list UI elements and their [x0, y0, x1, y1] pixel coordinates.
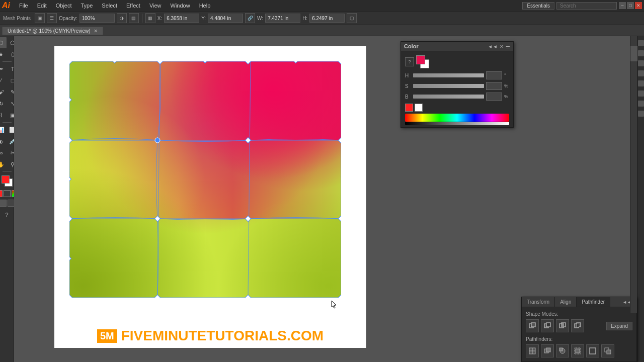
h-unit: °	[504, 73, 509, 78]
h-value[interactable]	[486, 71, 502, 79]
selection-tool-button[interactable]: ⬡	[0, 37, 7, 48]
blend-tool-button[interactable]: ∞	[0, 147, 7, 158]
rotate-tool-button[interactable]: ↻	[0, 98, 7, 109]
artboard: 5M FIVEMINUTETUTORIALS.COM	[54, 46, 366, 348]
workspace-button[interactable]: Essentials	[522, 2, 554, 10]
divide-button[interactable]	[526, 344, 539, 357]
minus-front-button[interactable]	[541, 319, 554, 332]
app-logo: Ai	[2, 1, 10, 10]
watermark-badge: 5M	[97, 329, 117, 343]
maximize-button[interactable]: □	[627, 2, 634, 9]
outline-mode-button[interactable]	[8, 200, 15, 207]
svg-rect-59	[576, 349, 580, 353]
menu-select[interactable]: Select	[98, 2, 121, 10]
panel-icon-7[interactable]	[638, 101, 644, 107]
unite-button[interactable]	[526, 319, 539, 332]
s-label: S	[405, 83, 411, 89]
h-input[interactable]	[309, 14, 345, 23]
active-color-swatch[interactable]	[416, 55, 429, 68]
menu-edit[interactable]: Edit	[33, 2, 51, 10]
paintbrush-tool-button[interactable]: 🖌	[0, 86, 7, 98]
menu-effect[interactable]: Effect	[122, 2, 144, 10]
grid-icon[interactable]: ▦	[145, 13, 155, 23]
close-button[interactable]: ✕	[635, 2, 642, 9]
panel-icon-8[interactable]	[638, 111, 644, 117]
pathfinder-panel-tabs: Transform Align Pathfinder ◄◄ ☰	[522, 297, 636, 307]
expand-button[interactable]: Expand	[606, 322, 632, 330]
pen-tool-button[interactable]: ✒	[0, 63, 7, 74]
v-scroll-thumb[interactable]	[630, 46, 637, 61]
transform-options-icon[interactable]: ▢	[347, 13, 357, 23]
chart-tool-button[interactable]: 📊	[0, 124, 7, 135]
w-input[interactable]	[265, 14, 300, 23]
s-color-row: S %	[405, 82, 509, 90]
preview-mode-button[interactable]	[0, 200, 7, 207]
trim-button[interactable]	[541, 344, 554, 357]
none-indicator[interactable]	[4, 190, 11, 197]
align-icon[interactable]: ☰	[47, 13, 57, 23]
document-tab[interactable]: Untitled-1* @ 100% (CMYK/Preview) ✕	[2, 27, 103, 35]
menu-object[interactable]: Object	[52, 2, 76, 10]
opacity-input[interactable]: 100%	[79, 14, 115, 23]
panel-icon-5[interactable]	[638, 80, 644, 86]
h-color-row: H °	[405, 71, 509, 79]
opacity-icon[interactable]: ◑	[117, 13, 127, 23]
b-color-row: B %	[405, 93, 509, 101]
menu-file[interactable]: File	[15, 2, 32, 10]
transform-box-icon[interactable]: ▣	[35, 13, 45, 23]
b-value[interactable]	[486, 93, 502, 101]
search-input[interactable]	[556, 2, 617, 10]
minus-back-button[interactable]	[601, 344, 614, 357]
menu-type[interactable]: Type	[77, 2, 97, 10]
panel-icon-1[interactable]	[638, 40, 644, 46]
w-label: W:	[257, 16, 263, 21]
mesh-gradient-canvas[interactable]	[69, 61, 341, 298]
panel-icon-2[interactable]	[638, 50, 644, 56]
pathfinder-tab[interactable]: Pathfinder	[577, 297, 610, 307]
hand-tool-button[interactable]: ✋	[0, 159, 7, 170]
crop-button[interactable]	[571, 344, 584, 357]
menu-help[interactable]: Help	[195, 2, 215, 10]
minimize-button[interactable]: –	[619, 2, 626, 9]
y-input[interactable]	[208, 14, 243, 23]
color-panel-menu-button[interactable]: ☰	[506, 44, 510, 49]
canvas-wrapper: 5M FIVEMINUTETUTORIALS.COM	[54, 46, 366, 362]
b-label: B	[405, 94, 411, 100]
pathfinder-panel: Transform Align Pathfinder ◄◄ ☰ Shape Mo…	[521, 297, 637, 362]
menu-view[interactable]: View	[145, 2, 166, 10]
s-value[interactable]	[486, 82, 502, 90]
link-icon[interactable]: 🔗	[245, 13, 255, 23]
color-panel-collapse-button[interactable]: ◄◄	[488, 44, 498, 49]
far-right-panel-bar	[637, 36, 644, 362]
line-tool-button[interactable]: ∕	[0, 75, 7, 86]
merge-button[interactable]	[556, 344, 569, 357]
warp-icon[interactable]: ▤	[129, 13, 139, 23]
svg-rect-57	[559, 348, 562, 351]
close-tab-button[interactable]: ✕	[94, 28, 98, 34]
lightness-bar[interactable]	[405, 122, 509, 125]
help-tool-button[interactable]: ?	[2, 209, 13, 220]
warp-tool-button[interactable]: ⌇	[0, 110, 7, 121]
fill-color-indicator[interactable]	[0, 190, 3, 197]
panel-icon-3[interactable]	[638, 60, 644, 66]
transform-tab[interactable]: Transform	[522, 297, 555, 307]
red-swatch[interactable]	[405, 104, 413, 112]
color-mode-hsb-btn[interactable]: ?	[405, 57, 414, 66]
panel-icon-6[interactable]	[638, 90, 644, 97]
intersect-button[interactable]	[556, 319, 569, 332]
stroke-swatch[interactable]	[2, 175, 10, 184]
svg-rect-44	[546, 323, 550, 327]
panel-icon-4[interactable]	[638, 70, 644, 76]
white-swatch[interactable]	[415, 104, 423, 112]
align-tab[interactable]: Align	[555, 297, 577, 307]
color-mode-indicator: ?	[405, 55, 509, 68]
magic-wand-tool-button[interactable]: ★	[0, 49, 7, 60]
color-panel-close-button[interactable]: ✕	[500, 44, 504, 49]
exclude-button[interactable]	[571, 319, 584, 332]
outline-button[interactable]	[586, 344, 599, 357]
color-spectrum-bar[interactable]	[405, 114, 509, 122]
mesh-tool-button[interactable]: ⬖	[0, 136, 7, 147]
x-input[interactable]	[164, 14, 199, 23]
vertical-scrollbar[interactable]	[630, 36, 637, 313]
menu-window[interactable]: Window	[167, 2, 194, 10]
